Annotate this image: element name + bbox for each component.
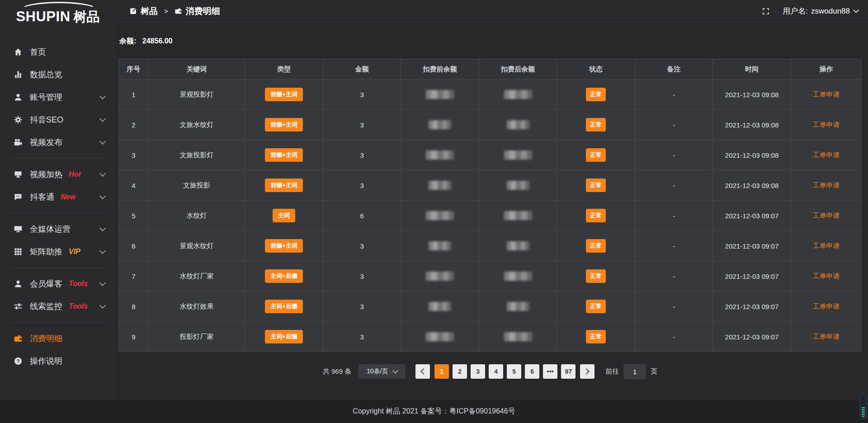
sidebar-item-matrix[interactable]: 矩阵助推VIP	[0, 240, 116, 263]
page-size-select[interactable]: 10条/页	[359, 364, 406, 379]
breadcrumb-label: 消费明细	[186, 5, 220, 17]
sidebar-item-overview[interactable]: 数据总览	[0, 63, 116, 86]
page-button-1[interactable]: 1	[434, 364, 449, 379]
chevron-down-icon	[99, 138, 106, 145]
user-dropdown[interactable]: 用户名: zswodun88	[783, 6, 858, 16]
masked-value	[426, 150, 454, 160]
cell-remark: -	[635, 170, 713, 201]
page-button-5[interactable]: 5	[507, 364, 521, 379]
status-badge: 正常	[586, 209, 606, 222]
status-badge: 正常	[586, 148, 606, 162]
cell-time: 2021-12-03 09:08	[713, 170, 791, 201]
breadcrumb-item-home[interactable]: 树品	[129, 5, 158, 17]
masked-value	[426, 332, 454, 341]
fullscreen-icon[interactable]	[762, 7, 770, 15]
sidebar-item-help[interactable]: ?操作说明	[0, 350, 116, 372]
header-actions: 用户名: zswodun88	[762, 6, 858, 16]
work-order-link[interactable]: 工单申请	[812, 151, 840, 159]
cell-balance-after	[479, 291, 557, 322]
sidebar-item-media[interactable]: 全媒体运营	[0, 218, 116, 240]
cell-time: 2021-12-03 09:07	[713, 261, 791, 291]
table-row: 3文旅投影灯前缀+主词3正常-2021-12-03 09:08工单申请	[119, 140, 862, 170]
sidebar-item-tag: Tools	[69, 302, 88, 310]
page-button-4[interactable]: 4	[489, 364, 503, 379]
cell-remark: -	[635, 291, 713, 322]
sidebar-item-member[interactable]: 会员爆客Tools	[0, 273, 116, 295]
cell-balance-before	[401, 291, 479, 322]
page-button-3[interactable]: 3	[471, 364, 485, 379]
work-order-link[interactable]: 工单申请	[812, 121, 840, 128]
app-window: SHUPIN树品 首页数据总览账号管理抖音SEO视频发布视频加热Hot抖客通Ne…	[0, 0, 868, 423]
cell-balance-before	[401, 170, 479, 201]
cell-amount: 3	[323, 261, 401, 291]
brand-logo[interactable]: SHUPIN树品	[0, 0, 116, 38]
cell-keyword: 水纹灯厂家	[148, 261, 245, 291]
breadcrumb: 树品 > 消费明细	[129, 5, 220, 17]
cell-keyword: 景观投影灯	[148, 80, 245, 110]
cell-balance-before	[401, 322, 479, 352]
grid-icon	[14, 247, 23, 256]
sidebar-item-label: 视频加热	[30, 169, 62, 180]
chevron-down-icon	[99, 302, 106, 309]
cell-balance-after	[479, 201, 557, 231]
table-row: 7水纹灯厂家主词+后缀3正常-2021-12-03 09:07工单申请	[119, 261, 862, 291]
sidebar-item-publish[interactable]: 视频发布	[0, 131, 116, 154]
work-order-link[interactable]: 工单申请	[812, 272, 840, 280]
masked-value	[507, 241, 529, 250]
cell-balance-before	[401, 110, 479, 140]
top-header: 树品 > 消费明细 用户名: zswodun88	[116, 0, 868, 23]
sidebar-item-clue[interactable]: 线索监控Tools	[0, 295, 116, 318]
page-footer: Copyright 树品 2021 备案号：粤ICP备09019646号	[0, 400, 868, 423]
video-icon	[14, 138, 23, 147]
masked-value	[507, 181, 529, 190]
work-order-link[interactable]: 工单申请	[812, 302, 840, 310]
page-ellipsis-button[interactable]: •••	[543, 364, 557, 379]
prev-page-button[interactable]	[415, 364, 430, 379]
side-widget[interactable]	[860, 393, 867, 419]
sidebar-item-account[interactable]: 账号管理	[0, 86, 116, 108]
sidebar-item-heat[interactable]: 视频加热Hot	[0, 163, 116, 186]
cell-action: 工单申请	[791, 291, 861, 322]
work-order-link[interactable]: 工单申请	[812, 181, 840, 189]
cell-action: 工单申请	[791, 80, 861, 110]
work-order-link[interactable]: 工单申请	[812, 212, 840, 219]
cell-keyword: 水纹灯效果	[148, 291, 245, 322]
breadcrumb-item-current: 消费明细	[175, 5, 220, 17]
page-button-6[interactable]: 6	[525, 364, 539, 379]
sidebar-item-seo[interactable]: 抖音SEO	[0, 108, 116, 131]
table-row: 9投影灯厂家主词+后缀3正常-2021-12-03 09:07工单申请	[119, 322, 862, 352]
work-order-link[interactable]: 工单申请	[812, 90, 840, 98]
cell-balance-after	[479, 231, 557, 261]
cell-amount: 3	[323, 291, 401, 322]
copyright-text: Copyright 树品 2021 备案号：粤ICP备09019646号	[353, 407, 515, 416]
work-order-link[interactable]: 工单申请	[812, 242, 840, 249]
type-badge: 前缀+主词	[265, 118, 303, 132]
status-badge: 正常	[586, 300, 606, 313]
type-badge: 主词+后缀	[265, 269, 303, 283]
sidebar-item-home[interactable]: 首页	[0, 41, 116, 63]
next-page-button[interactable]	[580, 364, 594, 379]
cell-type: 前缀+主词	[245, 140, 323, 170]
column-header: 序号	[119, 59, 149, 80]
cell-balance-before	[401, 80, 479, 110]
column-header: 扣费前余额	[401, 59, 479, 80]
sidebar-menu: 首页数据总览账号管理抖音SEO视频发布视频加热Hot抖客通New全媒体运营矩阵助…	[0, 38, 116, 372]
column-header: 状态	[557, 59, 635, 80]
sidebar-item-consume[interactable]: 消费明细	[0, 327, 116, 350]
page-button-2[interactable]: 2	[453, 364, 467, 379]
work-order-link[interactable]: 工单申请	[812, 333, 840, 340]
screen-icon	[14, 170, 23, 179]
cell-index: 4	[119, 170, 149, 201]
cell-amount: 3	[323, 231, 401, 261]
column-header: 金额	[323, 59, 401, 80]
cell-amount: 3	[323, 110, 401, 140]
cell-index: 9	[119, 322, 149, 352]
wallet-icon	[14, 334, 23, 343]
cell-action: 工单申请	[791, 110, 861, 140]
cell-amount: 3	[323, 80, 401, 110]
goto-page-input[interactable]	[623, 364, 646, 379]
sidebar-item-label: 消费明细	[30, 333, 62, 344]
sidebar-item-doukerton[interactable]: 抖客通New	[0, 186, 116, 208]
page-button-97[interactable]: 97	[561, 364, 576, 379]
column-header: 时间	[713, 59, 791, 80]
